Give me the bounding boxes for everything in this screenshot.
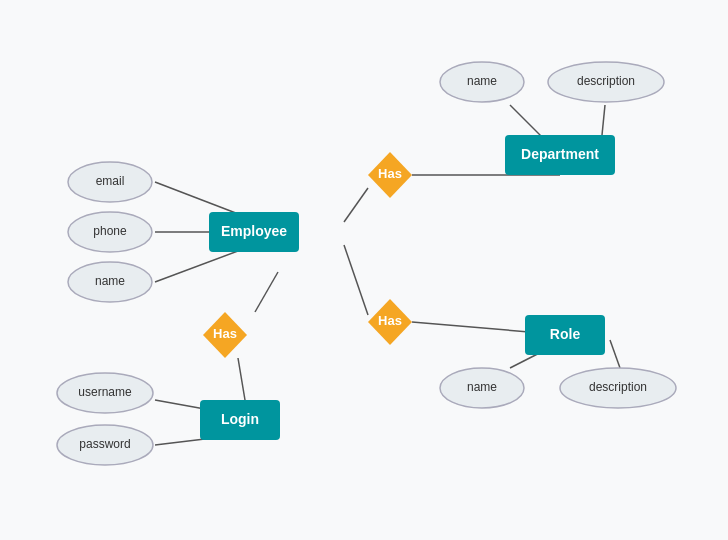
attr-name-role-label: name: [467, 380, 497, 394]
svg-line-5: [344, 245, 368, 315]
svg-line-7: [255, 272, 278, 312]
attr-desc-department-label: description: [577, 74, 635, 88]
relation-has2-label: Has: [378, 313, 402, 328]
relation-has3-label: Has: [213, 326, 237, 341]
attr-name-department-label: name: [467, 74, 497, 88]
entity-department-label: Department: [521, 146, 599, 162]
attr-username-label: username: [78, 385, 132, 399]
er-diagram: Department Role Employee Login Has Has H…: [0, 0, 728, 540]
attr-desc-role-label: description: [589, 380, 647, 394]
entity-employee-label: Employee: [221, 223, 287, 239]
attr-password-label: password: [79, 437, 130, 451]
svg-line-8: [238, 358, 245, 400]
entity-role-label: Role: [550, 326, 581, 342]
relation-has1-label: Has: [378, 166, 402, 181]
attr-phone-label: phone: [93, 224, 127, 238]
attr-email-label: email: [96, 174, 125, 188]
attr-name-employee-label: name: [95, 274, 125, 288]
svg-line-3: [344, 188, 368, 222]
svg-line-12: [610, 340, 620, 368]
entity-login-label: Login: [221, 411, 259, 427]
